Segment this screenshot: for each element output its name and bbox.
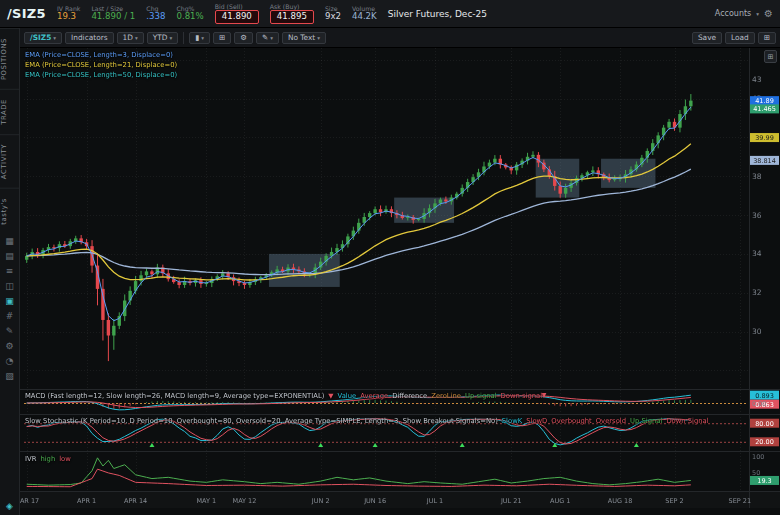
accounts-label: Accounts [715, 9, 751, 18]
chevron-down-icon: ▾ [53, 35, 56, 41]
price-chart-canvas[interactable] [20, 48, 780, 515]
instrument-description: Silver Futures, Dec-25 [388, 9, 487, 19]
quote-field: Bid (Sell)41.890 [215, 3, 259, 24]
menu-icon[interactable]: ≡ [6, 264, 14, 279]
timeframe-dropdown[interactable]: 1D ▾ [117, 32, 144, 44]
watchlist-grid-icon[interactable]: ▦ [5, 234, 14, 249]
list-icon[interactable]: ▤ [5, 249, 14, 264]
quote-field-value: 19.3 [57, 12, 80, 22]
quote-fields: IV Rank19.3Last / Size41.890 / 1Chg.338C… [57, 3, 377, 24]
indicators-button[interactable]: Indicators [65, 32, 114, 44]
gear-icon[interactable]: ⚙ [764, 8, 773, 19]
quote-field: IV Rank19.3 [57, 5, 80, 22]
expand-button[interactable]: ⊞ [758, 32, 776, 44]
chart-area: EMA (Price=CLOSE, Length=3, Displace=0)E… [20, 48, 780, 515]
panels-icon[interactable]: ▧ [5, 369, 14, 384]
symbol-chip-label: /SIZ5 [30, 33, 51, 42]
expand-icon: ⊞ [764, 33, 770, 42]
chart-icon[interactable]: ▣ [5, 294, 14, 309]
chart-type-button[interactable]: ▮ ▾ [189, 32, 210, 44]
candlestick-icon: ▮ [195, 33, 199, 42]
quote-field: Volume44.2K [352, 5, 377, 22]
accounts-dropdown[interactable]: Accounts ▾ ⚙ [715, 8, 773, 19]
sidebar-tab-tastys[interactable]: tasty's [0, 188, 19, 234]
sidebar-tab-activity[interactable]: ACTIVITY [0, 134, 19, 188]
timeframe-label: 1D [123, 33, 133, 42]
layout-grid-button[interactable]: ⊞ [213, 32, 231, 44]
quote-field-label: Ask (Buy) [270, 3, 314, 10]
left-sidebar: POSITIONS TRADE ACTIVITY tasty's ▦▤≡◫▣#✎… [0, 28, 20, 515]
chevron-down-icon: ▾ [135, 35, 138, 41]
quote-field: Last / Size41.890 / 1 [91, 5, 135, 22]
pencil-icon: ✎ [262, 33, 268, 42]
chart-toolbar: /SIZ5 ▾ Indicators 1D ▾ YTD ▾ ▮ ▾ ⊞ ⚙ ✎ … [20, 28, 780, 48]
text-tool-dropdown[interactable]: No Text ▾ [282, 32, 326, 44]
range-label: YTD [153, 33, 168, 42]
history-icon[interactable]: ◔ [6, 354, 14, 369]
toolbar-right-group: Save Load ⊞ [692, 32, 776, 44]
chevron-down-icon: ▾ [169, 35, 172, 41]
chevron-down-icon: ▾ [201, 35, 204, 41]
symbol-title: /SIZ5 [7, 6, 46, 21]
quote-field-label: Bid (Sell) [215, 3, 259, 10]
chart-settings-button[interactable]: ⚙ [234, 32, 253, 44]
quote-field: Chg.338 [146, 5, 165, 22]
support-chat-icon[interactable]: ◈ [6, 501, 13, 511]
annotate-icon[interactable]: ✎ [6, 324, 14, 339]
range-dropdown[interactable]: YTD ▾ [147, 32, 179, 44]
text-tool-label: No Text [288, 33, 315, 42]
quote-field-value: 44.2K [352, 12, 377, 22]
chart-maximize-button[interactable]: ⊞ [764, 50, 777, 63]
quote-field: Size9x2 [325, 5, 341, 22]
sidebar-tab-positions[interactable]: POSITIONS [0, 28, 19, 89]
chevron-down-icon: ▾ [317, 35, 320, 41]
chevron-down-icon: ▾ [270, 35, 273, 41]
quote-field-value: 0.81% [176, 12, 203, 22]
layout-icon[interactable]: ◫ [5, 279, 14, 294]
order-price-button[interactable]: 41.890 [215, 10, 259, 24]
chevron-down-icon: ▾ [756, 11, 759, 17]
top-header: /SIZ5 IV Rank19.3Last / Size41.890 / 1Ch… [0, 0, 780, 28]
save-button[interactable]: Save [692, 32, 722, 44]
load-button[interactable]: Load [725, 32, 755, 44]
quote-field-value: .338 [146, 12, 165, 22]
numbers-icon[interactable]: # [6, 309, 14, 324]
settings-icon[interactable]: ⚙ [5, 339, 13, 354]
order-price-button[interactable]: 41.895 [270, 10, 314, 24]
quote-field: Chg%0.81% [176, 5, 203, 22]
quote-field-value: 9x2 [325, 12, 341, 22]
quote-field-value: 41.890 / 1 [91, 12, 135, 22]
gear-icon: ⚙ [240, 33, 247, 42]
grid-icon: ⊞ [219, 33, 225, 42]
quote-field: Ask (Buy)41.895 [270, 3, 314, 24]
symbol-chip[interactable]: /SIZ5 ▾ [24, 32, 62, 44]
sidebar-icon-rail: ▦▤≡◫▣#✎⚙◔▧◈ [0, 234, 19, 515]
drawing-tool-button[interactable]: ✎ ▾ [256, 32, 279, 44]
toolbar-separator [183, 32, 184, 44]
sidebar-tab-trade[interactable]: TRADE [0, 89, 19, 134]
